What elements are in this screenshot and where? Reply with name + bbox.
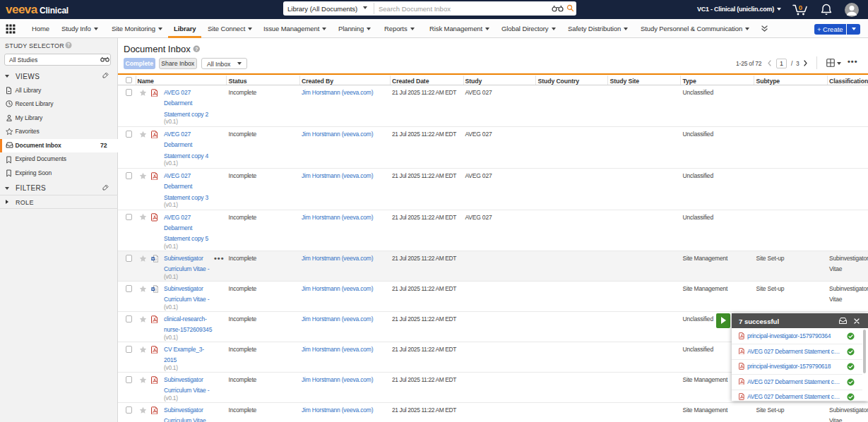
svg-text:?: ? xyxy=(195,46,198,51)
svg-text:0: 0 xyxy=(799,4,802,11)
svg-text:?: ? xyxy=(67,42,70,47)
